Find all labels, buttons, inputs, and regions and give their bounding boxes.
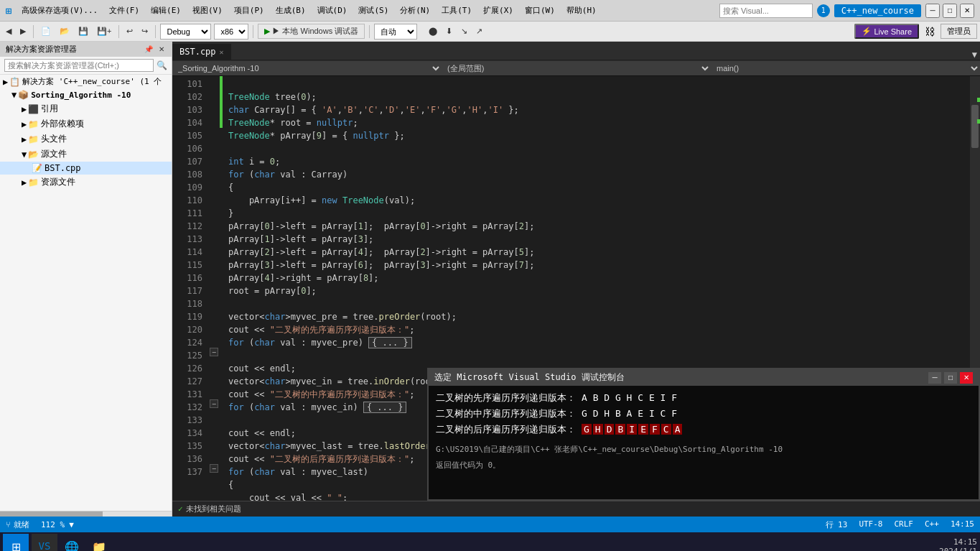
run-debugger-button[interactable]: ▶ ▶ 本地 Windows 调试器	[258, 24, 365, 39]
statusbar-line-ending: CRLF	[895, 519, 914, 530]
project-label: Sorting_Algorithm -10	[31, 91, 131, 100]
sidebar-item-references[interactable]: ▶ ⬛ 引用	[0, 101, 172, 116]
console-footer-line: 返回值代码为 0。	[436, 458, 971, 473]
sidebar-item-resources[interactable]: ▶ 📁 资源文件	[0, 175, 172, 190]
statusbar-zoom: 112 % ▼	[41, 520, 74, 529]
close-button[interactable]: ✕	[960, 4, 974, 18]
menu-edit[interactable]: 编辑(E)	[146, 4, 185, 17]
taskbar-explorer-button[interactable]: 📁	[86, 534, 112, 551]
taskbar-vs-button[interactable]: VS	[32, 534, 57, 551]
step-into-button[interactable]: ↘	[458, 25, 470, 37]
maximize-button[interactable]: □	[943, 4, 957, 18]
menu-project[interactable]: 项目(P)	[230, 4, 269, 17]
menu-build[interactable]: 生成(B)	[271, 4, 310, 17]
console-line-1-value: A B D G H C E I F	[582, 390, 677, 406]
tab-close-button[interactable]: ✕	[220, 48, 224, 56]
start-button[interactable]: ⊞	[3, 534, 29, 551]
nav-bar: _Sorting_Algorithm -10 (全局范围) main()	[172, 60, 980, 76]
fold-120[interactable]: −	[210, 348, 218, 356]
console-close-button[interactable]: ✕	[960, 372, 973, 384]
auto-select[interactable]: 自动	[374, 24, 417, 40]
external-deps-expand-icon: ▶	[22, 119, 27, 129]
solution-tree: ▶ 📋 解决方案 'C++_new_course' (1 个 ▼ 📦 Sorti…	[0, 75, 172, 511]
menu-file[interactable]: 文件(F)	[105, 4, 144, 17]
menu-tools[interactable]: 工具(T)	[437, 4, 476, 17]
tab-scroll-right-icon[interactable]: ▼	[972, 50, 977, 60]
sidebar-item-headers[interactable]: ▶ 📁 头文件	[0, 131, 172, 147]
solution-label: 解决方案 'C++_new_course' (1 个	[22, 76, 162, 87]
menu-test[interactable]: 测试(S)	[354, 4, 393, 17]
sidebar-close-button[interactable]: ✕	[157, 45, 166, 53]
breakpoint-button[interactable]: ⬤	[426, 25, 440, 37]
no-problems-label: 未找到相关问题	[186, 504, 241, 514]
debug-console-body: 二叉树的先序遍历序列递归版本： A B D G H C E I F 二叉树的中序…	[429, 386, 979, 478]
back-button[interactable]: ◀	[3, 25, 14, 37]
menu-analyze[interactable]: 分析(N)	[396, 4, 434, 17]
headers-icon: 📁	[28, 134, 39, 144]
menu-advanced-save[interactable]: 高级保存选项(V)...	[17, 4, 102, 17]
console-line-3-label: 二叉树的后序遍历序列递归版本：	[436, 422, 576, 437]
zoom-expand-icon: ▼	[69, 520, 74, 529]
function-select[interactable]: main()	[711, 61, 980, 75]
menu-help[interactable]: 帮助(H)	[562, 4, 601, 17]
sidebar-scrollbar[interactable]	[0, 511, 172, 517]
minimize-button[interactable]: ─	[925, 4, 940, 18]
gutter-indicator-102	[220, 89, 223, 102]
taskbar-chrome-button[interactable]: 🌐	[59, 534, 85, 551]
menu-extensions[interactable]: 扩展(X)	[479, 4, 518, 17]
console-line-2-label: 二叉树的中序遍历序列递归版本：	[436, 406, 576, 422]
forward-button[interactable]: ▶	[17, 25, 29, 37]
save-all-button[interactable]: 💾+	[94, 25, 114, 37]
project-node[interactable]: ▼ 📦 Sorting_Algorithm -10	[0, 88, 172, 101]
sidebar-search-area: 🔍	[0, 57, 172, 75]
menu-bar: 高级保存选项(V)... 文件(F) 编辑(E) 视图(V) 项目(P) 生成(…	[17, 4, 713, 17]
console-footer: 返回值代码为 0。	[436, 458, 500, 473]
menu-window[interactable]: 窗口(W)	[521, 4, 559, 17]
step-out-button[interactable]: ↗	[473, 25, 485, 37]
debug-console-title-label: 选定 Microsoft Visual Studio 调试控制台	[434, 371, 625, 384]
redo-button[interactable]: ↪	[139, 25, 151, 37]
fold-134[interactable]: −	[210, 464, 218, 473]
solution-node[interactable]: ▶ 📋 解决方案 'C++_new_course' (1 个	[0, 75, 172, 88]
statusbar-ready: 就绪	[14, 519, 29, 530]
bst-cpp-icon: 📝	[32, 163, 42, 173]
scope-select[interactable]: _Sorting_Algorithm -10	[172, 61, 442, 75]
sidebar-search-icon[interactable]: 🔍	[157, 60, 167, 70]
sidebar-item-sources[interactable]: ▼ 📂 源文件	[0, 147, 172, 162]
main-container: 解决方案资源管理器 📌 ✕ 🔍 ▶ 📋 解决方案 'C++_new_course…	[0, 42, 980, 517]
platform-select[interactable]: x86 x64	[214, 24, 248, 40]
menu-view[interactable]: 视图(V)	[188, 4, 227, 17]
statusbar-encoding: UTF-8	[859, 519, 882, 530]
search-input[interactable]	[719, 4, 813, 18]
tab-bst-cpp[interactable]: BST.cpp ✕	[172, 44, 232, 60]
menu-debug[interactable]: 调试(D)	[313, 4, 352, 17]
sidebar-pin-button[interactable]: 📌	[143, 45, 154, 53]
taskbar-time: 14:15	[939, 537, 977, 547]
share-icon[interactable]: ⛓	[925, 26, 935, 37]
global-scope-select[interactable]: (全局范围)	[442, 61, 711, 75]
save-button[interactable]: 💾	[75, 25, 91, 37]
gutter-indicator-103	[220, 102, 223, 115]
console-minimize-button[interactable]: ─	[928, 372, 941, 384]
console-highlight-char-8: A	[673, 424, 683, 435]
sidebar-search-input[interactable]	[4, 59, 154, 72]
console-line-2: 二叉树的中序遍历序列递归版本： G D H B A E I C F	[436, 406, 971, 422]
debug-config-select[interactable]: Debug Release	[160, 24, 211, 40]
solution-icon: 📋	[9, 77, 20, 87]
console-line-3: 二叉树的后序遍历序列递归版本： GHDBIEFCA	[436, 422, 971, 437]
live-share-button[interactable]: ⚡ Live Share	[854, 24, 919, 39]
statusbar-lang: C++	[925, 519, 939, 530]
new-file-button[interactable]: 📄	[38, 25, 54, 37]
project-icon: 📦	[18, 90, 29, 100]
console-maximize-button[interactable]: □	[944, 372, 957, 384]
code-area-wrapper: 101 102 103 104 105 106 107 108 109 110 …	[172, 76, 980, 501]
sidebar-header-buttons: 📌 ✕	[143, 45, 166, 53]
manage-button[interactable]: 管理员	[941, 24, 977, 39]
undo-button[interactable]: ↩	[123, 25, 136, 37]
open-button[interactable]: 📂	[57, 25, 73, 37]
sidebar-item-external-deps[interactable]: ▶ 📁 外部依赖项	[0, 116, 172, 131]
fold-127[interactable]: −	[210, 399, 218, 408]
taskbar-chrome-icon: 🌐	[65, 540, 79, 552]
step-over-button[interactable]: ⬇	[443, 25, 455, 37]
sidebar-item-bst-cpp[interactable]: 📝 BST.cpp	[0, 162, 172, 175]
